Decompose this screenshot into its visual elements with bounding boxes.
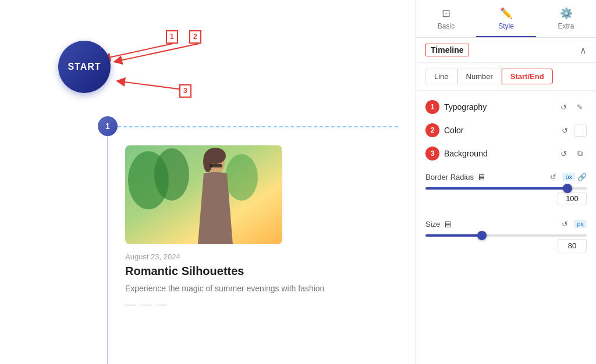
tab-basic[interactable]: ⊡ Basic [416,0,476,37]
svg-line-1 [118,44,199,61]
content-date: August 23, 2024 [125,252,398,261]
copy-background-btn[interactable]: ⧉ [573,147,587,160]
annotation-box-1: 1 [166,30,178,44]
prop-actions-background: ↺ ⧉ [556,147,587,160]
border-radius-section: Border Radius 🖥 ↺ px 🔗 100 [416,165,596,208]
size-label: Size 🖥 [425,219,452,229]
badge-2: 2 [425,123,439,137]
prop-actions-color: ↺ [558,123,587,137]
size-controls: ↺ px [558,217,587,231]
reset-border-radius-btn[interactable]: ↺ [546,170,560,184]
timeline-node-1: 1 [98,116,118,136]
prop-label-background: Background [444,149,552,158]
timeline-content-card: August 23, 2024 Romantic Silhouettes Exp… [125,145,398,311]
basic-icon: ⊡ [442,7,450,20]
desktop-icon: 🖥 [477,172,485,182]
size-section: Size 🖥 ↺ px 80 [416,212,596,255]
properties-list: 1 Typography ↺ ✎ 2 Color ↺ 3 Background … [416,91,596,364]
content-image [125,145,282,244]
svg-line-2 [120,81,187,90]
size-unit: px [574,220,587,228]
timeline-line [107,116,108,364]
sub-tab-number[interactable]: Number [457,69,502,84]
content-title: Romantic Silhouettes [125,265,398,278]
link-icon[interactable]: 🔗 [577,173,587,181]
badge-3: 3 [425,147,439,160]
size-slider[interactable] [425,234,587,237]
border-radius-fill [425,187,567,190]
size-fill [425,234,482,237]
border-radius-unit: px [562,173,575,181]
prop-row-color: 2 Color ↺ [416,119,596,142]
size-value-row: 80 [425,239,587,252]
border-radius-value[interactable]: 100 [558,192,587,205]
prop-actions-typography: ↺ ✎ [556,100,587,114]
size-value[interactable]: 80 [558,239,587,252]
size-desktop-icon: 🖥 [443,219,452,229]
svg-point-5 [154,148,189,201]
sub-tabs: Line Number Start/End [416,63,596,91]
border-radius-thumb[interactable] [563,184,572,193]
annotation-box-3: 3 [179,84,191,98]
tab-extra[interactable]: ⚙️ Extra [536,0,596,37]
sub-tab-startend[interactable]: Start/End [502,69,553,84]
border-radius-value-row: 100 [425,192,587,205]
extra-icon: ⚙️ [560,7,573,20]
svg-point-9 [203,151,212,172]
content-dots: — — — [125,298,398,311]
annotation-box-2: 2 [189,30,201,44]
tab-style[interactable]: ✏️ Style [476,0,536,37]
color-preview[interactable] [574,124,587,137]
reset-size-btn[interactable]: ↺ [558,217,572,231]
reset-background-btn[interactable]: ↺ [556,147,570,160]
badge-1: 1 [425,100,439,114]
panel-tabs: ⊡ Basic ✏️ Style ⚙️ Extra [416,0,596,38]
border-radius-controls: ↺ px 🔗 [546,170,587,184]
style-icon: ✏️ [500,7,513,20]
prop-label-typography: Typography [444,102,552,112]
edit-typography-btn[interactable]: ✎ [573,100,587,114]
prop-row-typography: 1 Typography ↺ ✎ [416,95,596,119]
reset-typography-btn[interactable]: ↺ [556,100,570,114]
svg-line-0 [106,44,173,58]
size-thumb[interactable] [477,231,487,240]
settings-panel: ⊡ Basic ✏️ Style ⚙️ Extra Timeline ∧ Lin… [416,0,596,364]
collapse-icon[interactable]: ∧ [580,45,587,56]
section-header: Timeline ∧ [416,38,596,63]
content-description: Experience the magic of summer evenings … [125,283,398,295]
size-label-row: Size 🖥 ↺ px [425,217,587,231]
section-title: Timeline [425,44,469,56]
reset-color-btn[interactable]: ↺ [558,123,572,137]
svg-point-6 [225,154,258,201]
prop-label-color: Color [444,126,553,135]
border-radius-label: Border Radius 🖥 [425,172,485,182]
start-button[interactable]: START [58,41,111,93]
border-radius-slider[interactable] [425,187,587,190]
timeline-dashed-line [118,126,398,127]
border-radius-label-row: Border Radius 🖥 ↺ px 🔗 [425,170,587,184]
sub-tab-line[interactable]: Line [425,69,457,84]
prop-row-background: 3 Background ↺ ⧉ [416,142,596,165]
svg-rect-10 [210,164,222,167]
canvas-area: 1 2 3 START 1 [0,0,416,364]
